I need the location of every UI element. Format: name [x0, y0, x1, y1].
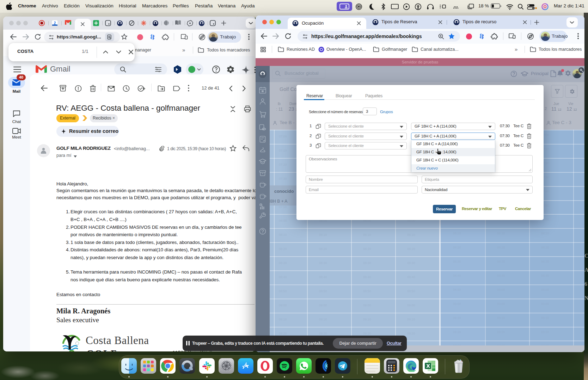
svg-text:2: 2 [54, 21, 56, 25]
